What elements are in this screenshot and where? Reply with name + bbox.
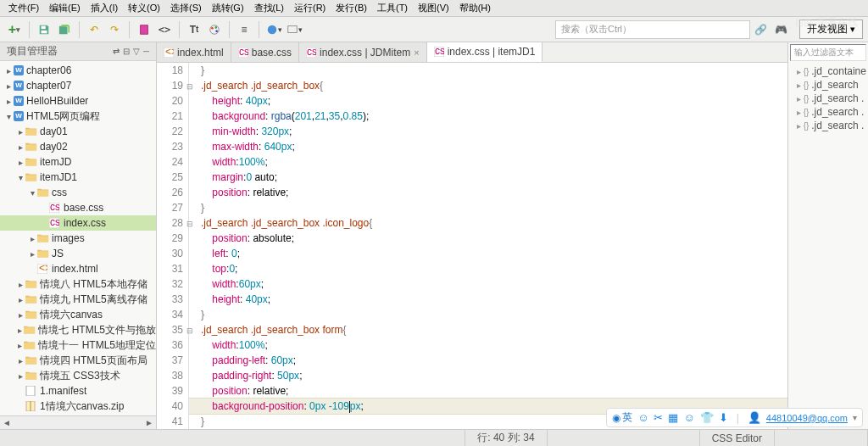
code-line[interactable]: .jd_search .jd_search_box{ <box>189 78 787 93</box>
tree-item[interactable]: ▸情境九 HTML5离线存储 <box>0 292 156 307</box>
person-icon[interactable]: ☺ <box>683 411 694 424</box>
tree-item[interactable]: ▾WHTML5网页编程 <box>0 109 156 124</box>
code-line[interactable]: top:0; <box>189 261 787 276</box>
twisty-icon[interactable]: ▸ <box>15 310 25 320</box>
code-body[interactable]: }.jd_search .jd_search_box{ height: 40px… <box>189 63 787 429</box>
outline-item[interactable]: .jd_search . <box>790 92 866 105</box>
global-search[interactable]: 搜索（双击Ctrl） <box>555 20 750 39</box>
code-line[interactable]: } <box>189 307 787 322</box>
code-line[interactable]: height: 40px; <box>189 93 787 109</box>
code-line[interactable]: } <box>189 63 787 78</box>
preview-button[interactable]: ▾ <box>285 20 303 39</box>
twisty-icon[interactable]: ▸ <box>15 142 25 152</box>
menu-edit[interactable]: 编辑(E) <box>44 2 86 14</box>
code-line[interactable]: left: 0; <box>189 246 787 261</box>
outline-item[interactable]: .jd_search . <box>790 105 866 119</box>
download-icon[interactable]: ⬇ <box>719 411 728 424</box>
tree-item[interactable]: ▸itemJD <box>0 154 156 170</box>
code-line[interactable]: } <box>189 200 787 215</box>
ime-indicator[interactable]: ◉英 <box>612 410 632 425</box>
tree-item[interactable]: ▸情境十一 HTML5地理定位 <box>0 337 156 353</box>
menu-help[interactable]: 帮助(H) <box>454 2 496 14</box>
twisty-icon[interactable]: ▸ <box>15 280 25 289</box>
link-icon[interactable]: ⇄ <box>113 47 120 56</box>
twisty-icon[interactable]: ▾ <box>3 112 14 121</box>
editor-tab[interactable]: cssindex.css | JDMitem× <box>299 42 427 62</box>
tree-item[interactable]: ▸Wchapter06 <box>0 63 156 78</box>
code-line[interactable]: max-width: 640px; <box>189 139 787 154</box>
twisty-icon[interactable]: ▸ <box>3 81 14 91</box>
code-line[interactable]: background: rgba(201,21,35,0.85); <box>189 109 787 124</box>
redo-button[interactable]: ↷ <box>105 20 124 39</box>
twisty-icon[interactable]: ▸ <box>15 341 24 350</box>
menu-tools[interactable]: 工具(T) <box>372 2 413 14</box>
code-line[interactable]: padding-right: 50px; <box>189 368 787 383</box>
tree-item[interactable]: ▸day02 <box>0 139 156 154</box>
project-tree[interactable]: ▸Wchapter06▸Wchapter07▸WHelloHBuilder▾WH… <box>0 61 156 415</box>
tree-item[interactable]: cssbase.css <box>0 200 156 215</box>
user-email[interactable]: 44810049@qq.com <box>766 413 848 423</box>
outline-item[interactable]: .jd_search <box>790 78 866 92</box>
twisty-icon[interactable]: ▸ <box>27 249 37 259</box>
new-button[interactable]: +▾ <box>5 20 24 39</box>
editor-tab[interactable]: cssindex.css | itemJD1 <box>427 42 543 62</box>
tree-item[interactable]: ▸images <box>0 231 156 246</box>
tree-item[interactable]: ▸情境四 HTML5页面布局 <box>0 353 156 368</box>
minimize-icon[interactable]: ─ <box>143 47 149 56</box>
attach-button[interactable]: 🔗 <box>752 20 771 39</box>
tree-item[interactable]: ▾css <box>0 185 156 200</box>
tree-item[interactable]: ▸WHelloHBuilder <box>0 93 156 109</box>
code-line[interactable]: margin:0 auto; <box>189 170 787 185</box>
collapse-icon[interactable]: ⊟ <box>123 47 130 56</box>
menu-insert[interactable]: 插入(I) <box>86 2 123 14</box>
tree-scrollbar[interactable]: ◄► <box>0 415 156 429</box>
chevron-down-icon[interactable]: ▾ <box>853 413 857 422</box>
twisty-icon[interactable]: ▾ <box>27 188 37 198</box>
menu-file[interactable]: 文件(F) <box>3 2 44 14</box>
code-line[interactable]: .jd_search .jd_search_box .icon_logo{ <box>189 215 787 231</box>
tree-item[interactable]: ▸情境六canvas <box>0 307 156 322</box>
undo-button[interactable]: ↶ <box>85 20 103 39</box>
code-button[interactable]: <> <box>155 20 174 39</box>
twisty-icon[interactable]: ▸ <box>15 371 25 381</box>
tree-item[interactable]: cssindex.css <box>0 215 156 231</box>
code-line[interactable]: height: 40px; <box>189 292 787 307</box>
editor-tab[interactable]: cssbase.css <box>231 42 299 62</box>
paste-button[interactable] <box>135 20 153 39</box>
tree-item[interactable]: ▸情境七 HTML5文件与拖放 <box>0 322 156 337</box>
view-menu-icon[interactable]: ▽ <box>133 47 140 56</box>
twisty-icon[interactable]: ▸ <box>15 326 24 335</box>
menu-publish[interactable]: 发行(B) <box>331 2 372 14</box>
twisty-icon[interactable]: ▸ <box>3 97 14 106</box>
code-line[interactable]: width:60px; <box>189 276 787 292</box>
tree-item[interactable]: ▾itemJD1 <box>0 170 156 185</box>
twisty-icon[interactable]: ▸ <box>15 158 25 167</box>
menu-find[interactable]: 查找(L) <box>249 2 289 14</box>
game-button[interactable]: 🎮 <box>772 20 791 39</box>
menu-select[interactable]: 选择(S) <box>165 2 207 14</box>
code-line[interactable]: width:100%; <box>189 154 787 170</box>
editor-tab[interactable]: <>index.html <box>157 42 231 62</box>
menu-run[interactable]: 运行(R) <box>289 2 331 14</box>
user-icon[interactable]: 👤 <box>748 411 761 424</box>
tree-item[interactable]: ▸情境八 HTML5本地存储 <box>0 276 156 292</box>
code-line[interactable]: .jd_search .jd_search_box form{ <box>189 322 787 337</box>
menu-goto[interactable]: 跳转(G) <box>207 2 249 14</box>
outline-item[interactable]: .jd_containe <box>790 64 866 78</box>
code-editor[interactable]: 1819202122232425262728293031323334353637… <box>157 63 787 429</box>
twisty-icon[interactable]: ▸ <box>15 127 25 137</box>
close-icon[interactable]: × <box>414 47 419 58</box>
twisty-icon[interactable]: ▸ <box>27 234 37 243</box>
outline-filter[interactable]: 输入过滤器文本 <box>790 44 866 61</box>
text-button[interactable]: Tt <box>185 20 203 39</box>
code-line[interactable]: min-width: 320px; <box>189 124 787 139</box>
menu-escape[interactable]: 转义(O) <box>123 2 165 14</box>
save-all-button[interactable] <box>55 20 74 39</box>
menu-view[interactable]: 视图(V) <box>413 2 454 14</box>
shirt-icon[interactable]: 👕 <box>700 411 714 424</box>
emoji-icon[interactable]: ☺ <box>637 411 648 424</box>
code-line[interactable]: padding-left: 60px; <box>189 353 787 368</box>
code-line[interactable]: position: relative; <box>189 383 787 399</box>
tree-item[interactable]: ▸day01 <box>0 124 156 139</box>
grid-icon[interactable]: ▦ <box>668 411 678 424</box>
